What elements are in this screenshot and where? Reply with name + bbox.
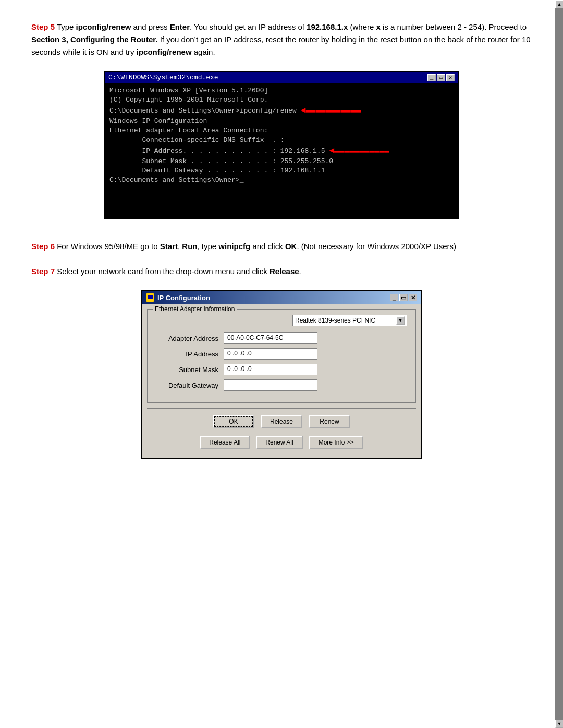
- step5-label: Step 5: [31, 22, 55, 31]
- adapter-address-value: 00-A0-0C-C7-64-5C: [224, 332, 317, 344]
- step5-text1: Type: [55, 22, 76, 31]
- cmd-titlebar: C:\WINDOWS\System32\cmd.exe _ ▭ ✕: [105, 72, 458, 83]
- step5-bold6: ipconfig/renew: [137, 47, 192, 56]
- step6-text3: , type: [197, 242, 218, 251]
- subnet-mask-label: Subnet Mask: [156, 366, 224, 374]
- more-info-button[interactable]: More Info >>: [309, 436, 363, 449]
- step5-bold1: ipconfig/renew: [76, 22, 131, 31]
- dropdown-arrow-icon[interactable]: ▼: [396, 316, 405, 325]
- svg-rect-1: [148, 299, 152, 300]
- default-gateway-label: Default Gateway: [156, 381, 224, 389]
- cmd-line: Ethernet adapter Local Area Connection:: [109, 126, 447, 135]
- step5-bold5: Section 3, Configuring the Router.: [31, 35, 158, 44]
- adapter-info-group: Ethernet Adapter Information Realtek 813…: [147, 309, 416, 403]
- default-gateway-value: [224, 379, 317, 391]
- cmd-line: C:\Documents and Settings\Owner>ipconfig…: [109, 105, 447, 116]
- dropdown-row: Realtek 8139-series PCI NIC ▼: [156, 315, 407, 326]
- cmd-line: Connection-specific DNS Suffix . :: [109, 135, 447, 145]
- default-gateway-row: Default Gateway: [156, 379, 407, 391]
- ip-address-row: IP Address 0 .0 .0 .0: [156, 348, 407, 360]
- cmd-title: C:\WINDOWS\System32\cmd.exe: [108, 73, 218, 81]
- step6-text5: . (Not necessary for Windows 2000/XP Use…: [297, 242, 456, 251]
- step5-text2: and press: [131, 22, 169, 31]
- step6-label: Step 6: [31, 242, 55, 251]
- renew-all-button[interactable]: Renew All: [256, 436, 302, 449]
- cmd-maximize-button[interactable]: ▭: [437, 74, 445, 81]
- step5-paragraph: Step 5 Type ipconfig/renew and press Ent…: [31, 21, 532, 58]
- cmd-line: (C) Copyright 1985-2001 Microsoft Corp.: [109, 95, 447, 105]
- cmd-scrollbar[interactable]: ▲ ▼: [555, 0, 563, 728]
- ipconfig-icon: [146, 293, 154, 302]
- button-row-1: OK Release Renew: [147, 411, 416, 431]
- nic-dropdown[interactable]: Realtek 8139-series PCI NIC ▼: [292, 315, 407, 326]
- ipconfig-window: IP Configuration _ ▭ ✕ Ethernet Adapter …: [141, 290, 422, 459]
- cmd-minimize-button[interactable]: _: [427, 74, 436, 81]
- step6-bold3: winipcfg: [218, 242, 250, 251]
- subnet-mask-value: 0 .0 .0 .0: [224, 364, 317, 375]
- cmd-line: IP Address. . . . . . . . . . . : 192.16…: [109, 145, 447, 156]
- step7-label: Step 7: [31, 267, 55, 276]
- svg-rect-3: [148, 295, 153, 299]
- cmd-window: C:\WINDOWS\System32\cmd.exe _ ▭ ✕ Micros…: [104, 71, 459, 219]
- ip-address-value: 0 .0 .0 .0: [224, 348, 317, 360]
- cmd-scroll-track: [555, 8, 563, 720]
- ipconfig-titlebar: IP Configuration _ ▭ ✕: [142, 291, 421, 304]
- ipconfig-title: IP Configuration: [157, 294, 210, 302]
- cmd-close-button[interactable]: ✕: [446, 74, 455, 81]
- release-button[interactable]: Release: [261, 415, 302, 428]
- step7-text1: Select your network card from the drop-d…: [55, 267, 270, 276]
- cmd-titlebar-buttons: _ ▭ ✕: [427, 74, 455, 81]
- ip-address-label: IP Address: [156, 350, 224, 358]
- cmd-line: Subnet Mask . . . . . . . . . . : 255.25…: [109, 157, 447, 166]
- group-label: Ethernet Adapter Information: [153, 305, 237, 313]
- cmd-body: Microsoft Windows XP [Version 5.1.2600](…: [105, 83, 458, 218]
- step6-text4: and click: [250, 242, 285, 251]
- ipconfig-body: Ethernet Adapter Information Realtek 813…: [142, 304, 421, 458]
- step5-text5: is a number between 2 - 254). Proceed to: [381, 22, 527, 31]
- cmd-line: C:\Documents and Settings\Owner>_: [109, 176, 447, 185]
- button-row-2: Release All Renew All More Info >>: [147, 431, 416, 452]
- ok-button[interactable]: OK: [213, 415, 254, 428]
- step6-bold4: OK: [285, 242, 297, 251]
- ipconfig-titlebar-buttons: _ ▭ ✕: [390, 294, 417, 301]
- step5-text4: (where: [348, 22, 376, 31]
- subnet-mask-row: Subnet Mask 0 .0 .0 .0: [156, 364, 407, 375]
- cmd-scroll-down[interactable]: ▼: [555, 720, 563, 728]
- ipconfig-minimize-button[interactable]: _: [390, 294, 398, 301]
- step7-text2: .: [299, 267, 301, 276]
- ipconfig-maximize-button[interactable]: ▭: [399, 294, 408, 301]
- step5-bold3: 192.168.1.x: [307, 22, 348, 31]
- cmd-scroll-up[interactable]: ▲: [555, 0, 563, 8]
- adapter-address-label: Adapter Address: [156, 335, 224, 342]
- adapter-address-row: Adapter Address 00-A0-0C-C7-64-5C: [156, 332, 407, 344]
- ipconfig-close-button[interactable]: ✕: [409, 294, 417, 301]
- step6-bold1: Start: [160, 242, 178, 251]
- cmd-line: Windows IP Configuration: [109, 117, 447, 126]
- release-all-button[interactable]: Release All: [200, 436, 250, 449]
- step6-text1: For Windows 95/98/ME go to: [55, 242, 160, 251]
- step6-paragraph: Step 6 For Windows 95/98/ME go to Start,…: [31, 240, 532, 253]
- svg-rect-2: [149, 300, 152, 301]
- nic-dropdown-value: Realtek 8139-series PCI NIC: [295, 317, 396, 324]
- step7-paragraph: Step 7 Select your network card from the…: [31, 265, 532, 278]
- separator: [147, 408, 416, 409]
- step5-text3: . You should get an IP address of: [190, 22, 307, 31]
- step7-bold1: Release: [270, 267, 299, 276]
- step5-bold4: x: [376, 22, 381, 31]
- step6-bold2: Run: [182, 242, 197, 251]
- cmd-line: Default Gateway . . . . . . . . : 192.16…: [109, 166, 447, 176]
- step5-text7: again.: [192, 47, 215, 56]
- cmd-line: Microsoft Windows XP [Version 5.1.2600]: [109, 86, 447, 95]
- renew-button[interactable]: Renew: [309, 415, 350, 428]
- step5-bold2: Enter: [170, 22, 190, 31]
- ipconfig-titlebar-left: IP Configuration: [146, 293, 210, 302]
